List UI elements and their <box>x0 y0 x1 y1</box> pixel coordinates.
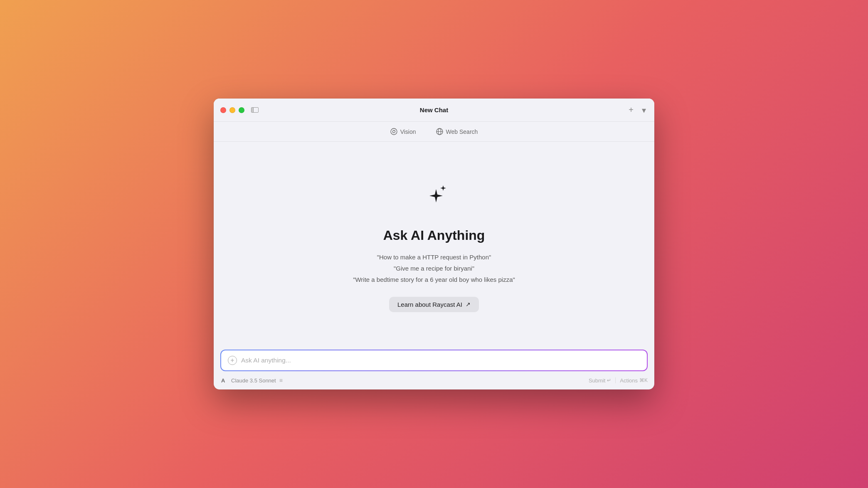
vision-toolbar-item[interactable]: Vision <box>386 126 420 138</box>
external-link-icon: ↗ <box>466 301 471 308</box>
web-search-label: Web Search <box>446 128 478 135</box>
actions-kbd: ⌘K <box>639 377 648 383</box>
web-search-toolbar-item[interactable]: Web Search <box>432 126 482 138</box>
dropdown-button[interactable]: ▾ <box>640 104 648 117</box>
submit-kbd: ↵ <box>607 377 611 383</box>
model-indicator[interactable]: A Claude 3.5 Sonnet ≡ <box>220 377 283 384</box>
close-button[interactable] <box>220 107 226 113</box>
sidebar-icon <box>251 107 259 113</box>
input-wrapper: + <box>220 350 648 371</box>
vision-icon <box>390 128 397 135</box>
hero-example-3: "Write a bedtime story for a 6 year old … <box>353 274 515 285</box>
main-content: Ask AI Anything "How to make a HTTP requ… <box>214 142 654 345</box>
bottom-bar-actions: Submit ↵ Actions ⌘K <box>589 377 648 384</box>
learn-btn-label: Learn about Raycast AI <box>397 301 462 308</box>
hero-examples: "How to make a HTTP request in Python" "… <box>353 251 515 285</box>
traffic-lights <box>220 107 244 113</box>
titlebar: New Chat + ▾ <box>214 99 654 122</box>
window-title: New Chat <box>420 106 448 113</box>
learn-about-raycast-button[interactable]: Learn about Raycast AI ↗ <box>389 297 479 312</box>
svg-point-0 <box>391 128 397 135</box>
bottom-bar: A Claude 3.5 Sonnet ≡ Submit ↵ Actions ⌘… <box>214 371 654 389</box>
plus-icon: + <box>230 357 234 364</box>
sparkles-icon <box>415 179 453 216</box>
minimize-button[interactable] <box>229 107 235 113</box>
chat-input[interactable] <box>241 357 640 364</box>
hero-title: Ask AI Anything <box>383 228 485 243</box>
menu-lines-icon[interactable]: ≡ <box>279 377 283 384</box>
input-area: + <box>214 345 654 371</box>
attachment-button[interactable]: + <box>228 356 237 365</box>
vision-label: Vision <box>400 128 416 135</box>
web-search-icon <box>436 128 443 135</box>
hero-example-1: "How to make a HTTP request in Python" <box>353 251 515 263</box>
maximize-button[interactable] <box>239 107 244 113</box>
new-chat-button[interactable]: + <box>627 104 635 116</box>
main-window: New Chat + ▾ Vision <box>214 99 654 389</box>
chevron-down-icon: ▾ <box>642 105 646 115</box>
toolbar: Vision Web Search <box>214 122 654 142</box>
svg-text:A: A <box>221 377 225 384</box>
submit-label: Submit <box>589 377 605 384</box>
svg-point-1 <box>392 131 395 133</box>
model-name: Claude 3.5 Sonnet <box>231 377 276 384</box>
sidebar-toggle-button[interactable] <box>251 107 259 113</box>
anthropic-icon: A <box>220 377 228 384</box>
titlebar-right: + ▾ <box>627 104 648 117</box>
divider <box>615 377 616 383</box>
hero-example-2: "Give me a recipe for biryani" <box>353 263 515 274</box>
actions-label: Actions <box>620 377 638 384</box>
plus-icon: + <box>629 105 634 115</box>
